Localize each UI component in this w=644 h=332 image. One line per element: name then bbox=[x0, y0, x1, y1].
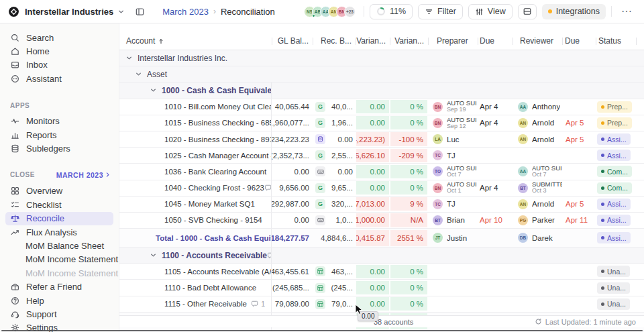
help-icon bbox=[10, 296, 20, 306]
variance-pct-value: -209 % bbox=[390, 149, 427, 162]
row-gutter bbox=[636, 280, 644, 295]
status-badge[interactable]: Assi... bbox=[597, 215, 631, 226]
sidebar-item-reports[interactable]: Reports bbox=[0, 128, 119, 142]
table-row[interactable]: 1040 - Checking Frost - 962329,656.00G9,… bbox=[119, 180, 644, 197]
reviewer-due-cell bbox=[562, 296, 596, 312]
column-header-status-9[interactable]: Status bbox=[596, 32, 636, 50]
variance-pct-cell: 0 % bbox=[390, 164, 428, 179]
status-badge[interactable]: Prep... bbox=[597, 117, 632, 129]
sidebar-item-overview[interactable]: Overview bbox=[0, 184, 119, 198]
table-row[interactable]: 1036 - Bank Clearing Account0.000.000.00… bbox=[119, 164, 644, 180]
sidebar-item-refer-a-friend[interactable]: Refer a Friend bbox=[0, 280, 119, 293]
status-badge[interactable]: Assi... bbox=[597, 133, 631, 145]
person: SUBMITTEDOct 3 bbox=[532, 181, 562, 194]
avatar: BN bbox=[433, 102, 443, 112]
due-date: Apr 10 bbox=[480, 216, 502, 224]
table-row[interactable]: 1100 - Accounts Receivable1 bbox=[119, 247, 644, 264]
more-menu-button[interactable]: ··· bbox=[617, 5, 636, 17]
chevron-down-icon[interactable] bbox=[150, 87, 157, 94]
sidebar-item-search[interactable]: Search bbox=[0, 31, 119, 44]
table-row[interactable]: Total - 1000 - Cash & Cash Equivalents18… bbox=[119, 229, 644, 247]
table-row[interactable]: 1050 - SVB Checking - 91540.001,0...1,00… bbox=[119, 213, 644, 229]
chevron-down-icon[interactable] bbox=[135, 70, 142, 78]
sidebar-item-support[interactable]: Support bbox=[0, 307, 119, 321]
account-cell: 1105 - Accounts Receivable (A/R) bbox=[119, 264, 272, 279]
chevron-down-icon[interactable] bbox=[150, 252, 157, 259]
table-row[interactable]: 1000 - Cash & Cash Equivalents bbox=[119, 82, 644, 99]
avatar[interactable]: +23 bbox=[344, 6, 356, 17]
integration-status-dot bbox=[548, 9, 552, 13]
variance-cell: 27,013.00 bbox=[356, 197, 390, 212]
column-header-gl-bal-1[interactable]: GL Bal... bbox=[272, 32, 313, 50]
column-header-label: Preparer bbox=[437, 36, 468, 46]
sidebar-item-monitors[interactable]: Monitors bbox=[0, 115, 119, 128]
table-row[interactable]: 1015 - Business Checking - 68541,960,077… bbox=[119, 115, 644, 131]
filter-button[interactable]: Filter bbox=[418, 4, 463, 19]
sidebar-item-mom-balance-sheet[interactable]: MoM Balance Sheet bbox=[0, 239, 119, 252]
table-row[interactable]: 1020 - Business Checking - 8914234,223.2… bbox=[119, 131, 644, 148]
sidebar-item-help[interactable]: Help bbox=[0, 294, 119, 307]
sidebar-item-mom-income-statement[interactable]: MoM Income Statement (... bbox=[0, 266, 119, 280]
sidebar-item-label: MoM Income Statement (... bbox=[25, 268, 131, 278]
integrations-button[interactable]: Integrations bbox=[542, 4, 606, 19]
variance-cell: 0.00 bbox=[356, 115, 390, 131]
comment-indicator[interactable]: 1 bbox=[251, 300, 271, 308]
table-row[interactable]: 1010 - Bill.com Money Out Cleari...740,0… bbox=[119, 99, 644, 115]
refresh-icon[interactable] bbox=[535, 318, 542, 325]
column-header-rec-b-2[interactable]: Rec. B... bbox=[313, 32, 356, 50]
table-row[interactable]: Asset bbox=[119, 66, 644, 82]
divider bbox=[364, 6, 364, 17]
view-button[interactable]: View bbox=[468, 4, 513, 19]
person: AUTO SUISep 19 bbox=[447, 100, 477, 113]
workspace-switcher[interactable]: Interstellar Industries bbox=[25, 7, 125, 17]
column-header-varian-3[interactable]: Varian... bbox=[356, 32, 390, 50]
sidebar-item-mom-income-statement[interactable]: MoM Income Statement bbox=[0, 253, 119, 266]
status-badge[interactable]: Assi... bbox=[597, 150, 631, 161]
avatar: LA bbox=[433, 134, 443, 144]
avatar: BT bbox=[433, 215, 443, 225]
status-badge[interactable]: Una... bbox=[597, 298, 630, 310]
table-row[interactable]: 1025 - Cash Manager Account -...1(2,352,… bbox=[119, 148, 644, 164]
column-header-due-8[interactable]: Due bbox=[562, 32, 596, 50]
table-row[interactable]: 1115 - Other Receivable179,089.0079,0...… bbox=[119, 296, 644, 313]
status-badge[interactable]: Com... bbox=[597, 182, 632, 194]
column-header-preparer-5[interactable]: Preparer bbox=[428, 32, 478, 50]
status-badge[interactable]: Assi... bbox=[597, 199, 631, 210]
sidebar-item-checklist[interactable]: Checklist bbox=[0, 198, 119, 211]
gl-balance-cell: 463,455.61 bbox=[272, 264, 313, 279]
sidebar-item-assistant[interactable]: Assistant bbox=[0, 72, 119, 85]
close-period-link[interactable]: MARCH 2023 bbox=[56, 171, 111, 179]
person: Parker bbox=[532, 216, 555, 224]
row-density-button[interactable] bbox=[518, 4, 537, 19]
comment-indicator[interactable]: 2 bbox=[264, 184, 272, 192]
sidebar-item-inbox[interactable]: Inbox bbox=[0, 58, 119, 72]
table-row[interactable]: 1105 - Accounts Receivable (A/R)463,455.… bbox=[119, 264, 644, 280]
sidebar-item-flux-analysis[interactable]: Flux Analysis bbox=[0, 225, 119, 239]
breadcrumb-period[interactable]: March 2023 bbox=[162, 7, 209, 17]
rec-balance-value: 463,... bbox=[325, 268, 356, 276]
table-row[interactable]: 1045 - Money Market SQ1292,987.00G320,..… bbox=[119, 197, 644, 213]
sidebar-item-reconcile[interactable]: Reconcile bbox=[5, 212, 113, 225]
column-header-label: Varian... bbox=[356, 36, 386, 46]
variance-pct-value: 9 % bbox=[390, 197, 427, 211]
column-header-due-6[interactable]: Due bbox=[478, 32, 513, 50]
rec-balance-cell: G1,96... bbox=[313, 115, 356, 131]
table-row[interactable]: 1110 - Bad Debt Allowance(245,685...(245… bbox=[119, 280, 644, 296]
progress-chip[interactable]: 11% bbox=[370, 4, 413, 19]
status-badge[interactable]: Una... bbox=[597, 282, 630, 294]
status-badge[interactable]: Una... bbox=[597, 266, 630, 277]
sidebar-item-home[interactable]: Home bbox=[0, 44, 119, 58]
column-header-varian-4[interactable]: Varian... bbox=[390, 32, 428, 50]
chevron-down-icon[interactable] bbox=[125, 54, 133, 62]
status-badge[interactable]: Com... bbox=[597, 166, 632, 177]
column-header-account-0[interactable]: Account bbox=[119, 32, 272, 50]
status-badge[interactable]: Prep... bbox=[597, 101, 632, 113]
sidebar-toggle-icon[interactable] bbox=[135, 7, 145, 17]
status-badge[interactable]: Assi... bbox=[597, 232, 631, 243]
gl-sync-icon: G bbox=[315, 183, 325, 193]
table-row[interactable]: Interstellar Industries Inc. bbox=[119, 50, 644, 66]
breadcrumb-separator-icon: › bbox=[213, 7, 216, 16]
comment-indicator[interactable]: 1 bbox=[267, 252, 272, 260]
column-header-reviewer-7[interactable]: Reviewer bbox=[513, 32, 562, 50]
sidebar-item-subledgers[interactable]: Subledgers bbox=[0, 142, 119, 155]
